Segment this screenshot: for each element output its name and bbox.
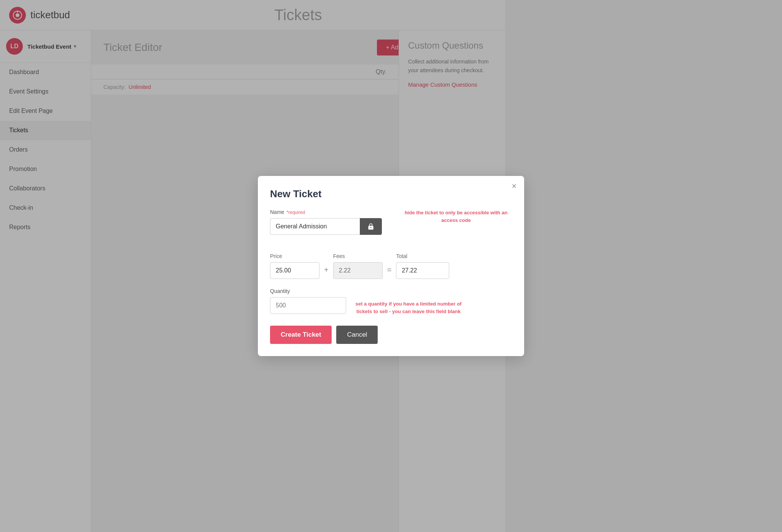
quantity-label: Quantity (270, 288, 505, 294)
name-field-row: Name*required hide the ticket to only be… (270, 209, 505, 244)
access-code-hint: hide the ticket to only be accessible wi… (400, 209, 505, 224)
ticket-name-input[interactable] (270, 218, 360, 235)
lock-button[interactable] (360, 218, 382, 235)
name-field-group: Name*required (270, 209, 382, 244)
quantity-row: set a quantity if you have a limited num… (270, 297, 505, 315)
cancel-button[interactable]: Cancel (336, 326, 378, 344)
plus-operator: + (324, 266, 329, 279)
price-label: Price (270, 253, 319, 259)
fees-group: Fees (333, 253, 383, 279)
required-indicator: *required (286, 210, 305, 215)
total-group: Total (396, 253, 449, 279)
create-ticket-button[interactable]: Create Ticket (270, 326, 332, 344)
name-input-row (270, 218, 382, 235)
name-label: Name*required (270, 209, 382, 215)
quantity-hint: set a quantity if you have a limited num… (355, 297, 462, 315)
modal-title: New Ticket (270, 188, 505, 200)
quantity-section: Quantity set a quantity if you have a li… (270, 288, 505, 315)
price-input[interactable] (270, 262, 319, 279)
new-ticket-modal: × New Ticket Name*required hide the tick… (258, 176, 505, 356)
price-group: Price (270, 253, 319, 279)
equals-operator: = (387, 266, 392, 279)
fees-label: Fees (333, 253, 383, 259)
total-label: Total (396, 253, 449, 259)
price-fees-total-row: Price + Fees = Total (270, 253, 505, 279)
modal-actions: Create Ticket Cancel (270, 326, 505, 344)
quantity-input[interactable] (270, 297, 346, 314)
total-input (396, 262, 449, 279)
modal-overlay: × New Ticket Name*required hide the tick… (0, 0, 505, 532)
fees-input (333, 262, 383, 279)
